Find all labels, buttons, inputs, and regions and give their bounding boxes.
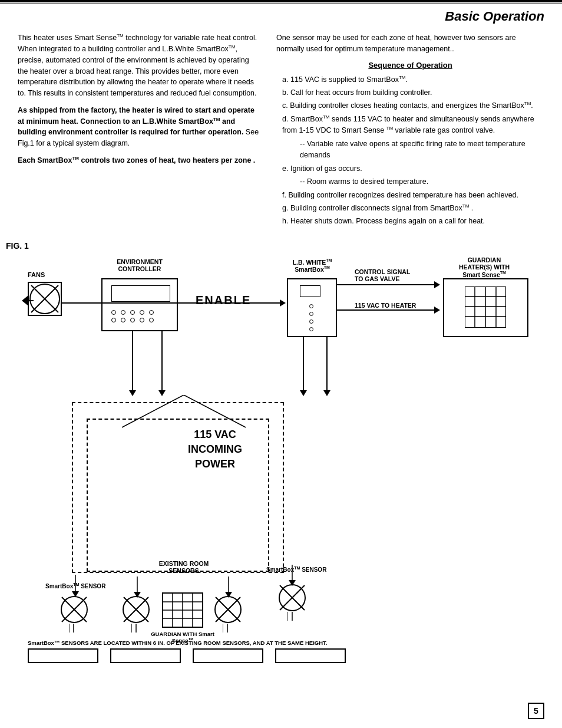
guardian-grid-icon: [465, 286, 506, 328]
second-rule: [0, 4, 562, 4]
left-para-2: As shipped from the factory, the heater …: [18, 105, 259, 149]
svg-line-27: [184, 395, 246, 427]
guardian-bottom-box: [162, 592, 203, 628]
bottom-box-1: [28, 648, 98, 663]
vac-heater-arrow: [337, 305, 440, 315]
bottom-lines-4: [287, 612, 299, 621]
sensor-circle-1: [60, 595, 88, 624]
existing-sensors-label: EXISTING ROOMSENSORS: [151, 560, 216, 574]
arrow-to-circle-4: [287, 565, 297, 586]
seq-item-d-sub1: -- Variable rate valve opens at specific…: [276, 139, 544, 162]
left-para-1: This heater uses Smart SenseTM technolog…: [18, 32, 259, 99]
fig-label: FIG. 1: [6, 241, 29, 251]
sensor-circle-2: [122, 595, 150, 624]
arrow-to-circle-2: [133, 577, 142, 598]
seq-item-g: g. Building controller disconnects signa…: [276, 203, 544, 215]
svg-marker-55: [72, 591, 79, 597]
svg-marker-10: [434, 307, 440, 314]
smartbox-box: [287, 278, 337, 337]
diagonal-lines: [72, 395, 296, 430]
arrow-down-right-sb: [321, 337, 333, 396]
svg-marker-59: [225, 592, 232, 598]
bottom-box-2: [110, 648, 181, 663]
smartbox-inner-btn: [300, 285, 320, 297]
arrow-to-circle-1: [71, 575, 80, 597]
svg-marker-57: [134, 592, 141, 598]
seq-item-a: a. 115 VAC is supplied to SmartBoxTM.: [276, 74, 544, 86]
env-ctrl-dots: [111, 310, 154, 322]
svg-marker-4: [280, 299, 286, 307]
seq-item-b: b. Call for heat occurs from building co…: [276, 87, 544, 98]
diagram-container: FANS ENVIRONMENTCONTROLLER: [22, 253, 540, 654]
fans-arrow-left: [22, 296, 34, 305]
right-column: One sensor may be used for each zone of …: [270, 32, 544, 229]
bottom-box-4: [275, 648, 346, 663]
smartbox-dots: [309, 304, 313, 331]
sensor-circle-3: [214, 595, 242, 624]
seq-item-d: d. SmartBoxTM sends 115 VAC to heater an…: [276, 114, 544, 137]
svg-marker-23: [300, 390, 307, 396]
gas-valve-arrow: [337, 280, 440, 289]
page-title: Basic Operation: [0, 9, 562, 24]
svg-marker-5: [22, 296, 28, 305]
right-intro: One sensor may be used for each zone of …: [276, 32, 544, 55]
page-number: 5: [528, 703, 544, 719]
guardian-label: GUARDIANHEATER(S) WITHSmart SenseTM: [440, 256, 528, 278]
seq-item-h: h. Heater shuts down. Process begins aga…: [276, 216, 544, 227]
env-ctrl-label: ENVIRONMENTCONTROLLER: [101, 258, 178, 272]
arrow-down-left-sb: [297, 337, 309, 396]
bottom-lines-1: [69, 624, 81, 633]
seq-list: a. 115 VAC is supplied to SmartBoxTM. b.…: [276, 74, 544, 228]
bottom-lines-2: [131, 624, 143, 633]
arrow-down-right-env: [156, 331, 168, 396]
left-para-3: Each SmartBoxTM controls two zones of he…: [18, 155, 259, 166]
top-rule: [0, 0, 562, 2]
lb-white-label: L.B. WHITETMSmartBoxTM: [286, 258, 339, 273]
seq-title: Sequence of Operation: [276, 61, 544, 70]
bottom-note: SmartBox™ SENSORS ARE LOCATED WITHIN 6 I…: [28, 640, 327, 646]
seq-item-e-sub1: -- Room warms to desired temperature.: [276, 176, 544, 187]
sensor-circle-4: [278, 584, 306, 612]
svg-marker-61: [289, 580, 296, 586]
svg-marker-8: [434, 281, 440, 288]
left-column: This heater uses Smart SenseTM technolog…: [18, 32, 270, 229]
guardian-box: [443, 278, 528, 337]
svg-line-26: [122, 395, 184, 427]
seq-item-e: e. Ignition of gas occurs.: [276, 163, 544, 174]
bottom-box-3: [193, 648, 263, 663]
arrow-down-left-env: [127, 331, 138, 396]
bottom-lines-3: [223, 624, 234, 633]
svg-marker-25: [323, 390, 330, 396]
seq-item-f: f. Building controller recognizes desire…: [276, 190, 544, 201]
fans-label: FANS: [28, 271, 45, 278]
arrow-to-circle-3: [224, 577, 233, 598]
seq-item-c: c. Building controller closes heating co…: [276, 100, 544, 112]
enable-arrow: [62, 297, 286, 309]
content-area: This heater uses Smart SenseTM technolog…: [0, 32, 562, 229]
diagram-section: FIG. 1 FANS ENVIRONMENTCONTROLLER: [0, 241, 562, 654]
dashed-box-inner: [87, 419, 269, 572]
